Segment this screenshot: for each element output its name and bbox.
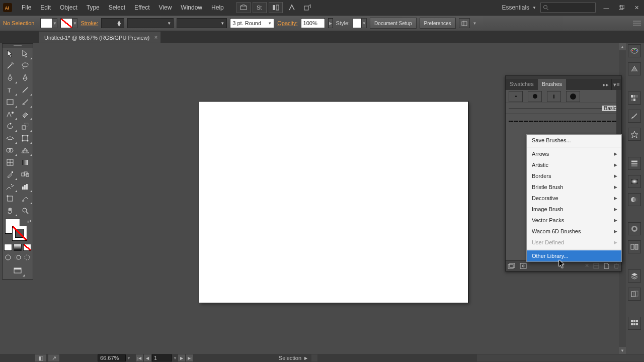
flyout-arrows[interactable]: Arrows▶: [527, 148, 621, 159]
stroke-label[interactable]: Stroke:: [80, 20, 98, 26]
appearance-panel-icon[interactable]: [628, 222, 641, 235]
hand-tool[interactable]: [3, 205, 18, 217]
next-artboard-button[interactable]: ▶: [178, 354, 185, 361]
swap-fill-stroke-icon[interactable]: ⇄: [27, 219, 31, 224]
graphic-styles-panel-icon[interactable]: [628, 240, 641, 253]
style-swatch[interactable]: [353, 18, 362, 28]
var-width-profile[interactable]: ▼: [127, 18, 174, 28]
direct-selection-tool[interactable]: [18, 48, 33, 60]
color-panel-icon[interactable]: [628, 44, 641, 57]
scroll-up-icon[interactable]: ▲: [619, 43, 626, 50]
free-transform-tool[interactable]: [18, 132, 33, 144]
fill-swatch[interactable]: [40, 18, 52, 28]
menu-view[interactable]: View: [154, 2, 177, 13]
horizontal-scrollbar[interactable]: [477, 354, 638, 361]
preferences-button[interactable]: Preferences: [420, 18, 456, 29]
flyout-decorative[interactable]: Decorative▶: [527, 193, 621, 204]
document-tab[interactable]: Untitled-1* @ 66.67% (RGB/GPU Preview) ×: [39, 32, 160, 43]
draw-inside-icon[interactable]: [23, 253, 32, 262]
status-menu-icon[interactable]: ▶: [304, 356, 307, 360]
lasso-tool[interactable]: [18, 60, 33, 72]
brush-sample-row[interactable]: [509, 117, 618, 126]
menu-file[interactable]: File: [17, 2, 36, 13]
draw-behind-icon[interactable]: [13, 253, 22, 262]
brush-thumb-1[interactable]: [509, 91, 523, 102]
width-tool[interactable]: [3, 132, 18, 144]
blend-tool[interactable]: [18, 168, 33, 180]
opacity-label[interactable]: Opacity:: [277, 20, 297, 26]
artboard-dropdown-icon[interactable]: ▼: [173, 356, 177, 360]
eyedropper-tool[interactable]: [3, 168, 18, 180]
fill-stroke-control[interactable]: ⇄: [3, 218, 32, 242]
stock-icon[interactable]: St: [253, 2, 267, 13]
pen-tool[interactable]: [3, 72, 18, 84]
status-first-icon[interactable]: ◧: [35, 354, 46, 361]
curvature-tool[interactable]: [18, 72, 33, 84]
search-input[interactable]: [540, 3, 596, 13]
brush-options-icon[interactable]: [593, 263, 599, 269]
tab-brushes[interactable]: Brushes: [538, 79, 566, 90]
flyout-vector-packs[interactable]: Vector Packs▶: [527, 215, 621, 226]
shape-builder-tool[interactable]: [3, 144, 18, 156]
maximize-button[interactable]: [614, 2, 629, 13]
stroke-weight-input[interactable]: ▲▼: [101, 18, 124, 28]
zoom-tool[interactable]: [18, 205, 33, 217]
brushes-panel-icon[interactable]: [628, 110, 641, 123]
gradient-tool[interactable]: [18, 156, 33, 168]
paintbrush-tool[interactable]: [18, 96, 33, 108]
artboard-number-input[interactable]: 1: [152, 354, 172, 361]
brush-thumb-4[interactable]: [566, 91, 580, 102]
panel-collapse-icon[interactable]: ▸▸: [600, 79, 611, 90]
symbols-panel-icon[interactable]: [628, 128, 641, 141]
draw-normal-icon[interactable]: [4, 253, 13, 262]
exchange-icon[interactable]: [301, 2, 315, 13]
shaper-tool[interactable]: [3, 108, 18, 120]
scroll-down-icon[interactable]: ▼: [619, 347, 626, 354]
align-to-icon[interactable]: [459, 18, 470, 28]
color-mode-solid[interactable]: [4, 244, 12, 251]
stroke-panel-icon[interactable]: [628, 157, 641, 170]
flyout-wacom-6d[interactable]: Wacom 6D Brushes▶: [527, 226, 621, 237]
close-button[interactable]: ✕: [629, 2, 644, 13]
screen-mode-icon[interactable]: [10, 265, 25, 277]
h-scroll-right-icon[interactable]: [638, 354, 644, 361]
gradient-panel-icon[interactable]: [628, 175, 641, 188]
status-export-icon[interactable]: ↗: [48, 354, 59, 361]
color-guide-panel-icon[interactable]: [628, 62, 641, 75]
brush-libraries-icon[interactable]: [508, 263, 516, 269]
stroke-dropdown[interactable]: ▼: [72, 18, 77, 28]
zoom-dropdown-icon[interactable]: ▼: [127, 356, 131, 360]
selection-tool[interactable]: [3, 48, 18, 60]
symbol-sprayer-tool[interactable]: [3, 180, 18, 193]
rotate-tool[interactable]: [3, 120, 18, 132]
color-mode-gradient[interactable]: [14, 244, 22, 251]
brush-thumb-3[interactable]: [547, 91, 561, 102]
menu-effect[interactable]: Effect: [130, 2, 154, 13]
eraser-tool[interactable]: [18, 108, 33, 120]
libraries-panel-icon[interactable]: [628, 317, 641, 330]
flyout-bristle-brush[interactable]: Bristle Brush▶: [527, 182, 621, 193]
bridge-icon[interactable]: [236, 2, 251, 13]
panel-menu-icon[interactable]: ▾≡: [611, 79, 621, 90]
rectangle-tool[interactable]: [3, 96, 18, 108]
type-tool[interactable]: T: [3, 84, 18, 96]
close-tab-icon[interactable]: ×: [154, 34, 157, 40]
opacity-input[interactable]: 100%: [301, 18, 325, 28]
arrange-icon[interactable]: [269, 2, 283, 13]
slice-tool[interactable]: [18, 193, 33, 205]
menu-object[interactable]: Object: [55, 2, 82, 13]
h-scroll-left-icon[interactable]: [311, 354, 317, 361]
minimize-button[interactable]: —: [599, 2, 614, 13]
delete-brush-icon[interactable]: [613, 263, 619, 269]
magic-wand-tool[interactable]: [3, 60, 18, 72]
menu-select[interactable]: Select: [104, 2, 130, 13]
menu-help[interactable]: Help: [207, 2, 228, 13]
zoom-level-input[interactable]: 66.67%: [98, 354, 126, 361]
column-graph-tool[interactable]: [18, 180, 33, 193]
artboard-tool[interactable]: [3, 193, 18, 205]
color-mode-none[interactable]: [23, 244, 31, 251]
flyout-image-brush[interactable]: Image Brush▶: [527, 204, 621, 215]
workspace-switcher[interactable]: Essentials ▼: [502, 4, 536, 11]
toolbox-grip[interactable]: [3, 44, 33, 48]
libraries-panel-link-icon[interactable]: [520, 263, 527, 269]
